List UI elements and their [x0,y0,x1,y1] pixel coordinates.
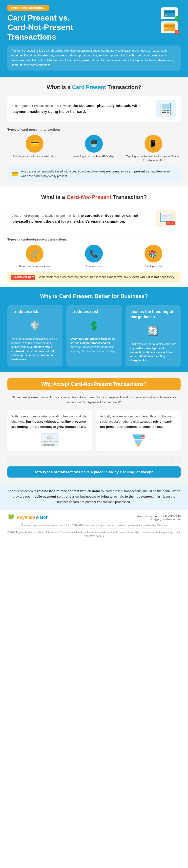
header-title-line2: Card-Not-Present [7,23,73,32]
cnp-types-row: 🛒 E-commerce transactions 📞 Phone orders… [7,245,181,268]
svg-rect-12 [164,112,166,113]
cnp-reason-online: With more and more retail spending headi… [7,410,92,451]
cnp-type-phone-icon: 📞 [85,245,103,262]
cnp-reason-digital: Virtually all transactions completed thr… [96,410,181,451]
ecommerce-only-badge: E-commerce Only [11,275,35,280]
header-title-line1: Card Present vs. [7,13,70,22]
cp-type-emv: 🖥️ Inserting a card with an EMV chip. [67,135,121,158]
benefit-cost-title: It reduces cost [70,309,118,314]
check-badge: ✓ [175,16,180,21]
svg-rect-21 [43,444,46,446]
svg-rect-1 [164,11,175,13]
benefit-cost-icon: 💲 [70,317,118,334]
cnp-illustration: BUY [156,210,176,227]
card-not-present-icon-box: ✕ [161,21,178,33]
benefit-chargebacks: It eases the handling of charge-backs 🔄 … [125,305,181,366]
footer-copyright: © 2017 PaymentVision, a division of Auto… [7,528,181,538]
card-present-icon-box: ✓ [161,7,178,19]
footer-section: 🍀 PaymentVision paymentvision.com | 1-80… [0,510,188,540]
whats-diff-badge: What's the Difference? [7,5,49,11]
why-cnp-description: Since card present transactions are safe… [7,395,181,405]
cnp-section-title: What is a Card-Not-Present Transaction? [7,194,181,200]
svg-rect-9 [164,110,166,111]
cnp-type-ecommerce-icon: 🛒 [26,245,43,262]
why-cnp-title-box: Why Accept Card-Not-Present Transactions… [7,378,181,390]
cnp-type-ecommerce: 🛒 E-commerce transactions [7,245,62,268]
svg-rect-23 [51,444,54,446]
footer-contact: paymentvision.com | 1-800-345-7243 sales… [136,515,181,521]
benefit-risk-desc: When processing transactions using a ter… [11,337,59,361]
cp-type-emv-icon: 🖥️ [85,135,103,153]
cnp-reasons-row: With more and more retail spending headi… [7,410,181,451]
cp-type-emv-caption: Inserting a card with an EMV chip. [73,155,115,158]
cp-type-mobile: 📱 Tapping a mobile device with the card … [126,135,181,162]
card-not-present-section: What is a Card-Not-Present Transaction? … [0,187,188,287]
svg-rect-13 [167,112,169,113]
cnp-reason-digital-illus: CNP [100,432,177,447]
cp-note-icon: 💳 [11,169,18,178]
benefit-reduces-risk: It reduces risk 🛡️ When processing trans… [7,305,63,366]
cp-type-mobile-icon: 📱 [145,135,162,153]
cnp-note-box: E-commerce Only Some businesses use card… [7,272,181,282]
svg-rect-26 [137,444,140,446]
header-description: Payment processing is so synchronized wi… [7,45,181,70]
cnp-type-ecommerce-caption: E-commerce transactions [19,265,50,268]
svg-marker-25 [135,440,142,444]
benefit-cost-desc: Every card-not-present transaction carri… [70,337,118,353]
logo-text: PaymentVision [17,515,49,520]
cnp-type-catalog-caption: Catalog orders [145,265,162,268]
svg-rect-5 [165,28,167,29]
benefit-chargeback-desc: Liability issues for fraud also come int… [129,342,177,363]
benefit-reduces-cost: It reduces cost 💲 Every card-not-present… [67,305,121,366]
both-transactions-box: Both types of transactions have a place … [7,466,181,477]
cnp-type-catalog: 📚 Catalog orders [126,245,181,268]
svg-rect-7 [162,104,170,108]
svg-text:Website Not Found: Website Not Found [41,441,58,443]
svg-rect-8 [162,110,164,111]
cnp-definition-box: A card-not-present transaction is one in… [7,205,181,231]
why-cnp-title: Why Accept Card-Not-Present Transactions… [12,381,176,387]
header-icon-area: ✓ ✕ [161,7,178,33]
header-title-line3: Transactions [7,32,56,41]
cp-illustration [156,100,176,117]
card-present-icon [164,10,175,17]
summary-text: For businesses with routine face-to-face… [7,489,181,505]
cnp-type-phone: 📞 Phone orders [67,245,121,268]
cp-definition-text: A card present transaction is one in whi… [12,103,152,115]
footer-logo: 🍀 PaymentVision [7,514,49,521]
svg-rect-4 [164,25,175,27]
cp-type-swipe: 💳 Swiping a card with a magnetic strip. [7,135,62,158]
cp-type-swipe-caption: Swiping a card with a magnetic strip. [12,155,57,158]
svg-rect-11 [162,112,164,113]
funnel-illustration: CNP [130,432,147,447]
cp-note-text: Any transaction manually keyed into a cr… [21,169,177,179]
summary-section: For businesses with routine face-to-face… [0,484,188,510]
cnp-reason-online-illus: 404 Website Not Found [11,432,88,447]
header-title: Card Present vs. Card-Not-Present Transa… [7,13,156,41]
cp-type-swipe-icon: 💳 [26,135,43,153]
cp-definition-box: A card present transaction is one in whi… [7,95,181,122]
cnp-reason-digital-text: Virtually all transactions completed thr… [100,414,177,429]
cp-types-row: 💳 Swiping a card with a magnetic strip. … [7,135,181,162]
footer-source: Sources: https://www.paymentvision.com/b… [7,524,181,527]
svg-text:404: 404 [47,436,53,440]
svg-rect-3 [164,24,175,31]
x-badge: ✕ [175,30,180,35]
svg-rect-0 [164,10,175,17]
cp-type-mobile-caption: Tapping a mobile device with the card lo… [126,155,181,162]
benefit-chargeback-title: It eases the handling of charge-backs [129,309,177,320]
svg-text:CNP: CNP [141,436,146,438]
footer-top: 🍀 PaymentVision paymentvision.com | 1-80… [7,514,181,521]
svg-rect-2 [165,14,167,16]
cp-note-box: 💳 Any transaction manually keyed into a … [7,166,181,182]
benefit-chargeback-icon: 🔄 [129,322,177,339]
card-not-present-icon [164,24,175,31]
divider-arrows: ||| ||| [7,456,181,464]
card-present-section: What is a Card Present Transaction? A ca… [0,77,188,187]
svg-rect-14 [160,213,171,222]
benefits-row: It reduces risk 🛡️ When processing trans… [7,305,181,366]
header-section: What's the Difference? Card Present vs. … [0,0,188,77]
card-machine-svg [158,102,173,115]
cp-types-label: Types of card present transactions: [7,128,181,131]
404-illustration: 404 Website Not Found [40,432,60,447]
